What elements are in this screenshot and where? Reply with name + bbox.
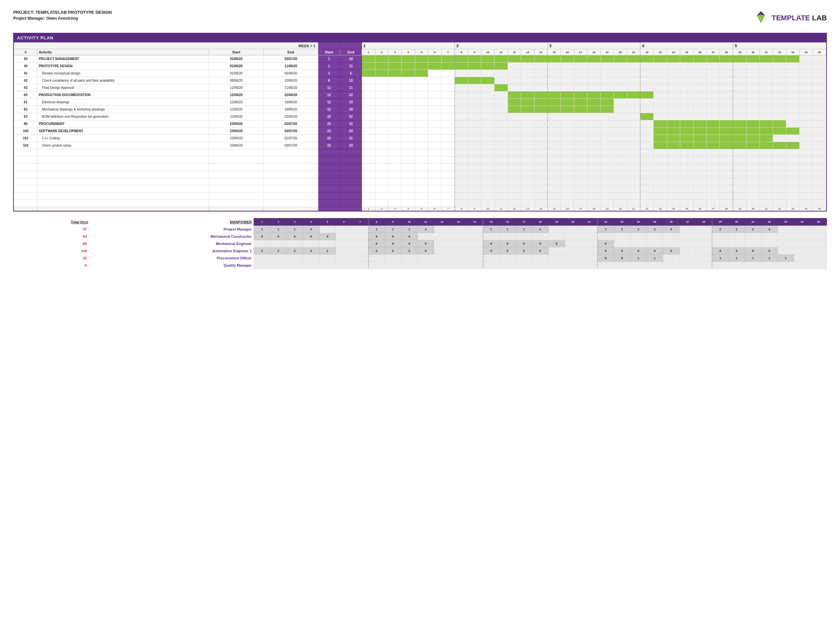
gantt-table: WEEK > 112345#ActivityStartEndStartEnd12… xyxy=(14,42,826,211)
table-row: 102Vision system setup23/06/2003/07/2023… xyxy=(14,142,826,149)
table-row: 101C++ Coding23/06/2001/07/202331 xyxy=(14,135,826,142)
page-header: PROJECT: TEMPLATELAB PROTOTYPE DESIGN Pr… xyxy=(13,10,827,26)
empty-row xyxy=(14,178,826,185)
project-name: TEMPLATELAB PROTOTYPE DESIGN xyxy=(35,10,112,15)
table-row: 60PRODUCTION DOCUMENTATION12/06/2022/06/… xyxy=(14,91,826,99)
logo-text1: TEMPLATE xyxy=(772,14,810,22)
table-row: 40PROTOTYPE DESIGN01/06/2011/06/20111 xyxy=(14,63,826,70)
manpower-table: Total (hrs)MANPOWER123456789101112131415… xyxy=(13,218,827,269)
table-row: 42Check compliance of all parts and thei… xyxy=(14,77,826,84)
logo-text: TEMPLATE LAB xyxy=(772,14,827,22)
project-info: PROJECT: TEMPLATELAB PROTOTYPE DESIGN Pr… xyxy=(13,10,112,20)
activity-plan-container: ACTIVITY PLAN WEEK > 112345#ActivityStar… xyxy=(13,33,827,211)
table-row: 43Final Design Approval11/06/2011/06/201… xyxy=(14,84,826,91)
bottom-num-row: 1234567891011121314151617181920212223242… xyxy=(14,207,826,211)
empty-row xyxy=(14,156,826,164)
empty-row xyxy=(14,185,826,192)
manager-name: Owen Armstrong xyxy=(46,16,78,20)
logo: TEMPLATE LAB xyxy=(753,10,827,26)
table-row: 61Electrical drawings12/06/2019/06/20121… xyxy=(14,99,826,106)
table-row: 80PROCUREMENT23/06/2002/07/202332 xyxy=(14,120,826,127)
logo-icon xyxy=(753,10,769,26)
project-title: PROJECT: TEMPLATELAB PROTOTYPE DESIGN xyxy=(13,10,112,15)
table-row: 62Mechanical drawings & workshop drawing… xyxy=(14,106,826,113)
logo-text2: LAB xyxy=(810,14,827,22)
manpower-row: 0Quality Manager xyxy=(13,262,827,269)
manpower-row: 144Automation Engineer 12222222288888888… xyxy=(13,247,827,255)
svg-marker-2 xyxy=(761,11,765,15)
manpower-header-row: Total (hrs)MANPOWER123456789101112131415… xyxy=(13,219,827,226)
empty-row xyxy=(14,149,826,156)
svg-marker-1 xyxy=(757,15,765,24)
manpower-row: 64Mechanical Constructor88888888 xyxy=(13,233,827,240)
manpower-section: Total (hrs)MANPOWER123456789101112131415… xyxy=(13,218,827,269)
empty-row xyxy=(14,192,826,200)
project-label: PROJECT: xyxy=(13,10,34,15)
empty-row xyxy=(14,171,826,178)
project-manager: Project Manager: Owen Armstrong xyxy=(13,16,112,20)
empty-row xyxy=(14,164,826,171)
table-row: 41Review conceptual design01/06/2005/06/… xyxy=(14,70,826,77)
manpower-row: 47Project Manager111411141114122242224 xyxy=(13,226,827,233)
table-row: 63BOM definition and Requisition list ge… xyxy=(14,113,826,120)
manpower-row: 23Procurement Officer881111111 xyxy=(13,255,827,262)
empty-row xyxy=(14,200,826,207)
table-row: 100SOFTWARE DEVELOPMENT23/06/2003/07/202… xyxy=(14,127,826,135)
manpower-row: 80Mechanical Engineer8888888888 xyxy=(13,240,827,247)
table-row: 20PROJECT MANAGEMENT01/06/2003/07/20133 xyxy=(14,55,826,63)
manager-label: Project Manager: xyxy=(13,16,45,20)
activity-plan-title: ACTIVITY PLAN xyxy=(14,33,826,42)
